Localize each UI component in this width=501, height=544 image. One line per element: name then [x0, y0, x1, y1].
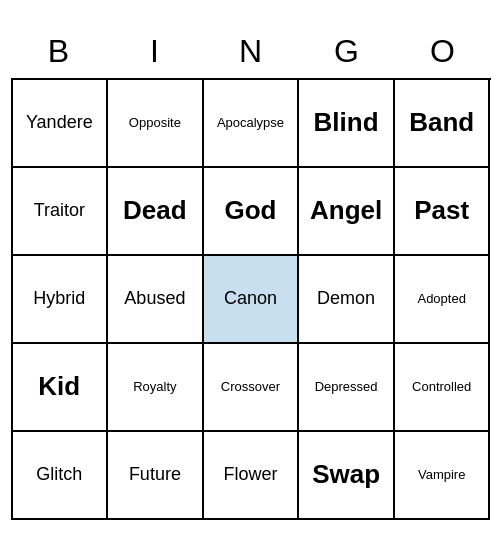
cell-4-0: Glitch: [13, 432, 109, 520]
cell-0-2: Apocalypse: [204, 80, 300, 168]
cell-4-3: Swap: [299, 432, 395, 520]
cell-3-1: Royalty: [108, 344, 204, 432]
cell-0-3: Blind: [299, 80, 395, 168]
cell-2-2: Canon: [204, 256, 300, 344]
cell-1-1: Dead: [108, 168, 204, 256]
cell-1-3: Angel: [299, 168, 395, 256]
header-letter-i: I: [107, 25, 203, 78]
cell-2-3: Demon: [299, 256, 395, 344]
cell-3-2: Crossover: [204, 344, 300, 432]
cell-1-2: God: [204, 168, 300, 256]
bingo-card: BINGO YandereOppositeApocalypseBlindBand…: [11, 25, 491, 520]
cell-3-4: Controlled: [395, 344, 491, 432]
cell-0-0: Yandere: [13, 80, 109, 168]
cell-0-1: Opposite: [108, 80, 204, 168]
cell-1-4: Past: [395, 168, 491, 256]
cell-2-0: Hybrid: [13, 256, 109, 344]
header-letter-g: G: [299, 25, 395, 78]
bingo-header: BINGO: [11, 25, 491, 78]
bingo-grid: YandereOppositeApocalypseBlindBandTraito…: [11, 78, 491, 520]
cell-4-1: Future: [108, 432, 204, 520]
header-letter-o: O: [395, 25, 491, 78]
cell-4-4: Vampire: [395, 432, 491, 520]
cell-1-0: Traitor: [13, 168, 109, 256]
cell-4-2: Flower: [204, 432, 300, 520]
cell-0-4: Band: [395, 80, 491, 168]
cell-2-1: Abused: [108, 256, 204, 344]
cell-3-3: Depressed: [299, 344, 395, 432]
header-letter-n: N: [203, 25, 299, 78]
cell-2-4: Adopted: [395, 256, 491, 344]
header-letter-b: B: [11, 25, 107, 78]
cell-3-0: Kid: [13, 344, 109, 432]
